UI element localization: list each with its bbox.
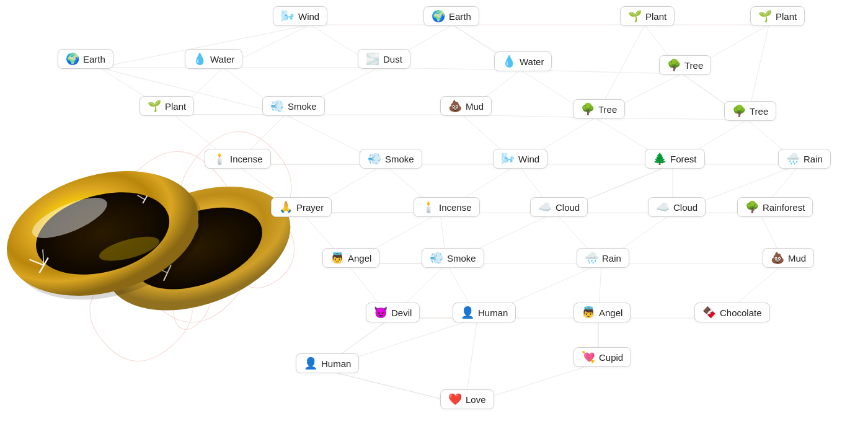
wind2-emoji: 🌬️: [501, 153, 515, 164]
plant-card-2[interactable]: 🌱Plant: [750, 6, 805, 26]
rain-card-2[interactable]: 🌧️Rain: [577, 248, 629, 268]
tree1-label: Tree: [684, 60, 703, 71]
earth1-emoji: 🌍: [432, 11, 445, 22]
svg-line-103: [29, 256, 43, 268]
rain1-emoji: 🌧️: [786, 153, 800, 164]
svg-point-99: [27, 179, 179, 288]
incense-card-2[interactable]: 🕯️Incense: [414, 197, 480, 217]
incense1-label: Incense: [230, 154, 263, 164]
svg-point-98: [0, 151, 213, 316]
human2-label: Human: [321, 358, 351, 369]
svg-point-100: [27, 190, 112, 246]
water-card-1[interactable]: 💧Water: [185, 49, 242, 69]
forest1-emoji: 🌲: [653, 153, 666, 164]
wind-card-1[interactable]: 🌬️Wind: [273, 6, 327, 26]
tree-card-3[interactable]: 🌳Tree: [724, 101, 776, 121]
tree-card-2[interactable]: 🌳Tree: [573, 99, 625, 119]
prayer1-emoji: 🙏: [279, 202, 293, 213]
smoke3-label: Smoke: [447, 253, 476, 264]
tree-card-1[interactable]: 🌳Tree: [659, 55, 711, 75]
prayer1-label: Prayer: [296, 202, 324, 213]
devil1-label: Devil: [391, 308, 412, 318]
water1-label: Water: [210, 54, 234, 64]
rain2-label: Rain: [602, 253, 621, 264]
rings-decoration: [0, 93, 329, 434]
svg-point-90: [239, 226, 270, 257]
forest-card-1[interactable]: 🌲Forest: [645, 149, 705, 169]
plant-card-3[interactable]: 🌱Plant: [140, 96, 194, 116]
plant-card-1[interactable]: 🌱Plant: [620, 6, 675, 26]
angel1-label: Angel: [348, 253, 371, 264]
cupid1-emoji: 💘: [582, 352, 595, 363]
rainforest-card-1[interactable]: 🌳Rainforest: [737, 197, 813, 217]
smoke2-emoji: 💨: [368, 153, 381, 164]
water2-label: Water: [520, 56, 544, 67]
wind1-emoji: 🌬️: [281, 11, 294, 22]
plant1-emoji: 🌱: [628, 11, 642, 22]
smoke1-emoji: 💨: [270, 100, 284, 112]
mud1-label: Mud: [466, 101, 484, 112]
svg-point-97: [0, 155, 217, 319]
human1-label: Human: [478, 308, 508, 318]
tree2-emoji: 🌳: [581, 104, 595, 115]
human2-emoji: 👤: [304, 358, 317, 369]
svg-line-96: [159, 267, 167, 275]
rainforest1-label: Rainforest: [763, 202, 805, 213]
chocolate-card-1[interactable]: 🍫Chocolate: [694, 303, 770, 322]
rain2-emoji: 🌧️: [585, 252, 598, 264]
wind2-label: Wind: [518, 154, 539, 164]
angel1-emoji: 👼: [330, 252, 344, 264]
tree3-emoji: 🌳: [732, 105, 746, 117]
smoke2-label: Smoke: [385, 154, 414, 164]
svg-point-93: [123, 192, 273, 305]
cloud-card-1[interactable]: ☁️Cloud: [530, 197, 588, 217]
angel-card-2[interactable]: 👼Angel: [574, 303, 631, 322]
svg-line-102: [36, 258, 51, 273]
human-card-1[interactable]: 👤Human: [453, 303, 516, 322]
earth-card-1[interactable]: 🌍Earth: [423, 6, 479, 26]
plant3-emoji: 🌱: [148, 100, 161, 112]
tree3-label: Tree: [750, 106, 768, 117]
cupid-card-1[interactable]: 💘Cupid: [574, 347, 631, 367]
incense-card-1[interactable]: 🕯️Incense: [205, 149, 271, 169]
smoke-card-2[interactable]: 💨Smoke: [360, 149, 422, 169]
angel-card-1[interactable]: 👼Angel: [322, 248, 379, 268]
cloud2-label: Cloud: [673, 202, 698, 213]
devil1-emoji: 😈: [374, 307, 388, 318]
earth1-label: Earth: [449, 11, 471, 22]
smoke-card-1[interactable]: 💨Smoke: [262, 96, 325, 116]
mud-card-1[interactable]: 💩Mud: [440, 96, 492, 116]
angel2-emoji: 👼: [582, 307, 595, 318]
human1-emoji: 👤: [461, 307, 474, 318]
svg-line-105: [141, 196, 149, 203]
svg-line-106: [138, 193, 145, 201]
svg-point-101: [97, 232, 161, 266]
mud-card-2[interactable]: 💩Mud: [763, 248, 814, 268]
cloud1-label: Cloud: [556, 202, 580, 213]
wind1-label: Wind: [298, 11, 319, 22]
svg-point-94: [133, 211, 204, 267]
earth2-label: Earth: [83, 54, 105, 64]
mud2-emoji: 💩: [771, 252, 784, 264]
rain1-label: Rain: [804, 154, 823, 164]
devil-card-1[interactable]: 😈Devil: [366, 303, 420, 322]
dust-card-1[interactable]: 🌫️Dust: [358, 49, 410, 69]
rainforest1-emoji: 🌳: [745, 202, 759, 213]
wind-card-2[interactable]: 🌬️Wind: [493, 149, 547, 169]
smoke3-emoji: 💨: [430, 252, 443, 264]
prayer-card-1[interactable]: 🙏Prayer: [271, 197, 332, 217]
plant2-emoji: 🌱: [758, 11, 772, 22]
love-card-1[interactable]: ❤️Love: [440, 389, 494, 409]
svg-point-92: [89, 163, 308, 334]
tree2-label: Tree: [598, 104, 617, 115]
rain-card-1[interactable]: 🌧️Rain: [778, 149, 831, 169]
smoke-card-3[interactable]: 💨Smoke: [422, 248, 484, 268]
incense2-emoji: 🕯️: [422, 202, 435, 213]
plant2-label: Plant: [776, 11, 797, 22]
human-card-2[interactable]: 👤Human: [296, 353, 359, 373]
cloud-card-2[interactable]: ☁️Cloud: [648, 197, 706, 217]
svg-line-104: [40, 249, 46, 265]
water-card-2[interactable]: 💧Water: [494, 51, 552, 71]
earth-card-2[interactable]: 🌍Earth: [58, 49, 113, 69]
mud1-emoji: 💩: [448, 100, 462, 112]
